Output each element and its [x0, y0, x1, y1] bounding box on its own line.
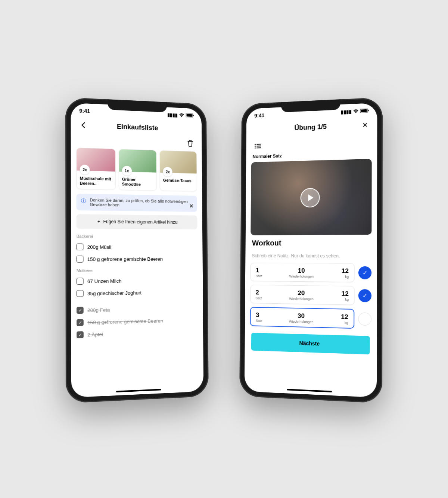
item-text: 67 Unzen Milch [87, 278, 122, 284]
list-icon[interactable] [253, 141, 263, 151]
info-icon: ⓘ [81, 197, 86, 204]
reps-label: Wiederholungen [289, 274, 314, 278]
set-card-active[interactable]: 3Satz 30Wiederholungen 12kg [250, 307, 355, 329]
svg-rect-5 [368, 109, 369, 111]
workout-title: Workout [252, 238, 370, 247]
qty-badge: 1x [122, 166, 132, 176]
item-text: 150 g gefrorene gemischte Beeren [87, 256, 163, 262]
add-item-label: Fügen Sie Ihren eigenen Artikel hinzu [103, 219, 177, 225]
set-empty-check[interactable] [358, 312, 371, 326]
battery-icon [360, 108, 369, 114]
wifi-icon [179, 112, 184, 118]
phone-workout: 9:41 ▮▮▮▮ Übung 1/5 ✕ Normaler S [239, 97, 383, 403]
set-done-check[interactable]: ✓ [358, 289, 371, 302]
list-item[interactable]: 150 g gefrorene gemischte Beeren [77, 253, 198, 265]
weight-value: 12 [342, 267, 349, 275]
checkbox-checked[interactable]: ✓ [77, 331, 84, 338]
set-number: 1 [256, 267, 262, 274]
item-text: 35g griechischer Joghurt [87, 290, 141, 296]
checkbox-checked[interactable]: ✓ [77, 319, 84, 326]
item-text: 2 Äpfel [87, 331, 103, 337]
close-button[interactable]: ✕ [360, 119, 370, 130]
checkbox[interactable] [77, 244, 84, 250]
trash-button[interactable] [185, 138, 195, 148]
qty-badge: 2x [163, 167, 173, 176]
close-banner-button[interactable]: ✕ [189, 203, 194, 209]
add-item-button[interactable]: + Fügen Sie Ihren eigenen Artikel hinzu [77, 214, 197, 229]
signal-icon: ▮▮▮▮ [167, 112, 177, 118]
recipe-card[interactable]: 2x Müslischale mit Beeren.. [76, 147, 115, 190]
section-label: Molkerei [77, 267, 198, 273]
checkbox-checked[interactable]: ✓ [77, 307, 84, 314]
status-time: 9:41 [254, 112, 264, 119]
battery-icon [186, 113, 194, 119]
set-row: 1Satz 10Wiederholungen 12kg ✓ [250, 263, 371, 282]
list-item[interactable]: 35g griechischer Joghurt [77, 286, 198, 300]
item-text: 200g Feta [87, 307, 110, 313]
play-icon[interactable] [301, 188, 320, 207]
set-done-check[interactable]: ✓ [358, 266, 371, 279]
list-item[interactable]: 200g Müsli [77, 241, 197, 253]
svg-rect-1 [187, 114, 192, 116]
svg-rect-11 [256, 147, 261, 148]
status-icons: ▮▮▮▮ [341, 108, 369, 115]
next-button[interactable]: Nächste [251, 332, 370, 354]
set-row: 3Satz 30Wiederholungen 12kg [250, 307, 372, 329]
section-label: Bäckerei [77, 234, 197, 239]
page-title: Übung 1/5 [263, 121, 360, 133]
recipe-card[interactable]: 1x Grüner Smoothie [118, 149, 157, 191]
svg-point-8 [255, 145, 256, 147]
recipe-card[interactable]: 2x Gemüse-Tacos [160, 150, 197, 191]
checkbox[interactable] [77, 256, 84, 262]
set-card[interactable]: 2Satz 20Wiederholungen 12kg [250, 285, 355, 305]
weight-value: 12 [342, 290, 349, 298]
weight-label: kg [341, 320, 348, 325]
info-banner: ⓘ Denken Sie daran, zu prüfen, ob Sie al… [76, 194, 197, 212]
reps-value: 20 [289, 289, 313, 297]
screen-workout: 9:41 ▮▮▮▮ Übung 1/5 ✕ Normaler S [245, 103, 377, 397]
recipe-image: 2x [160, 150, 197, 173]
item-text: 150 g gefrorene gemischte Beeren [87, 318, 163, 325]
qty-badge: 2x [80, 165, 90, 175]
set-card[interactable]: 1Satz 10Wiederholungen 12kg [250, 263, 354, 282]
status-time: 9:41 [79, 107, 90, 114]
signal-icon: ▮▮▮▮ [341, 109, 352, 115]
reps-value: 10 [289, 267, 314, 274]
set-label: Satz [256, 319, 262, 322]
weight-value: 12 [341, 313, 348, 321]
page-title: Einkaufsliste [88, 121, 185, 133]
set-label: Satz [256, 296, 262, 300]
next-label: Nächste [299, 340, 320, 347]
svg-point-6 [255, 144, 256, 145]
status-icons: ▮▮▮▮ [167, 112, 194, 118]
recipe-image: 2x [77, 148, 115, 171]
reps-value: 30 [289, 312, 314, 320]
exercise-video[interactable] [251, 159, 371, 235]
svg-rect-9 [256, 145, 261, 146]
phone-shopping-list: 9:41 ▮▮▮▮ Einkaufsliste [65, 97, 209, 403]
back-button[interactable] [78, 119, 88, 130]
weight-label: kg [342, 275, 349, 278]
set-row: 2Satz 20Wiederholungen 12kg ✓ [250, 285, 371, 305]
info-text: Denken Sie daran, zu prüfen, ob Sie alle… [90, 198, 193, 208]
svg-point-10 [255, 147, 256, 148]
recipe-row: 2x Müslischale mit Beeren.. 1x Grüner Sm… [76, 147, 197, 191]
plus-icon: + [97, 219, 100, 224]
checkbox[interactable] [77, 290, 84, 297]
reps-label: Wiederholungen [289, 319, 313, 324]
set-label: Satz [256, 274, 262, 278]
wifi-icon [353, 108, 359, 114]
checkbox[interactable] [77, 278, 84, 285]
set-number: 3 [256, 311, 262, 319]
svg-rect-4 [361, 109, 367, 112]
recipe-image: 1x [119, 149, 156, 173]
weight-label: kg [341, 297, 348, 301]
reps-label: Wiederholungen [289, 297, 313, 301]
set-number: 2 [256, 289, 262, 296]
svg-rect-7 [256, 144, 261, 144]
screen-shopping: 9:41 ▮▮▮▮ Einkaufsliste [71, 103, 204, 397]
list-item[interactable]: 67 Unzen Milch [77, 274, 198, 287]
note-input[interactable]: Schreib eine Notitz. Nur du kannst es se… [251, 250, 372, 263]
item-text: 200g Müsli [87, 244, 112, 250]
svg-rect-2 [193, 115, 194, 116]
